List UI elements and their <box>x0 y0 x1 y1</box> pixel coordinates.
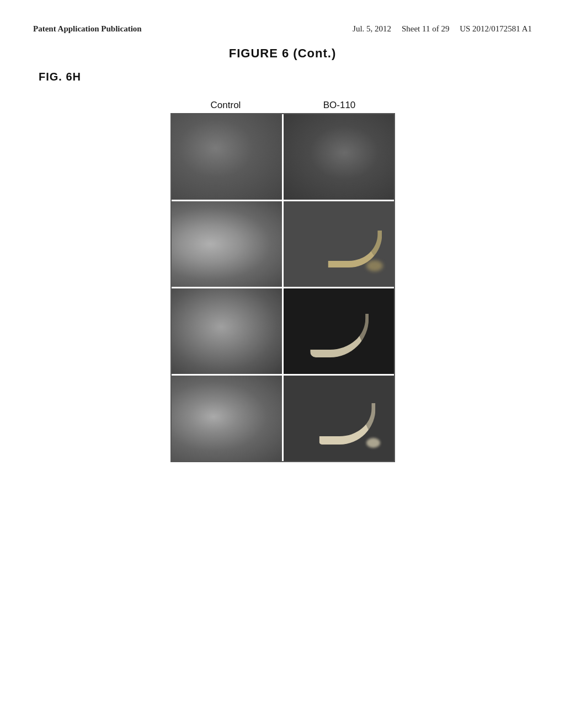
grid-cell-r3c1 <box>172 288 282 374</box>
grid-cell-r4c2 <box>284 376 394 461</box>
sheet-info: Sheet 11 of 29 <box>402 24 450 33</box>
publication-label: Patent Application Publication <box>33 24 142 33</box>
header-left: Patent Application Publication <box>33 22 142 35</box>
patent-number: US 2012/0172581 A1 <box>460 24 532 33</box>
column-header-bo110: BO-110 <box>284 100 395 111</box>
header: Patent Application Publication Jul. 5, 2… <box>33 22 532 35</box>
grid-cell-r2c1 <box>172 201 282 287</box>
page: Patent Application Publication Jul. 5, 2… <box>0 0 565 728</box>
publication-date: Jul. 5, 2012 <box>353 24 391 33</box>
fig-label: FIG. 6H <box>39 71 532 83</box>
column-header-control: Control <box>170 100 281 111</box>
column-headers: Control BO-110 <box>170 100 395 111</box>
header-right: Jul. 5, 2012 Sheet 11 of 29 US 2012/0172… <box>353 22 532 35</box>
image-grid-container: Control BO-110 <box>33 100 532 462</box>
grid-cell-r1c1 <box>172 114 282 200</box>
grid-cell-r2c2 <box>284 201 394 287</box>
image-grid <box>170 113 395 462</box>
grid-cell-r1c2 <box>284 114 394 200</box>
grid-cell-r3c2 <box>284 288 394 374</box>
figure-title: FIGURE 6 (Cont.) <box>33 46 532 61</box>
grid-cell-r4c1 <box>172 376 282 461</box>
